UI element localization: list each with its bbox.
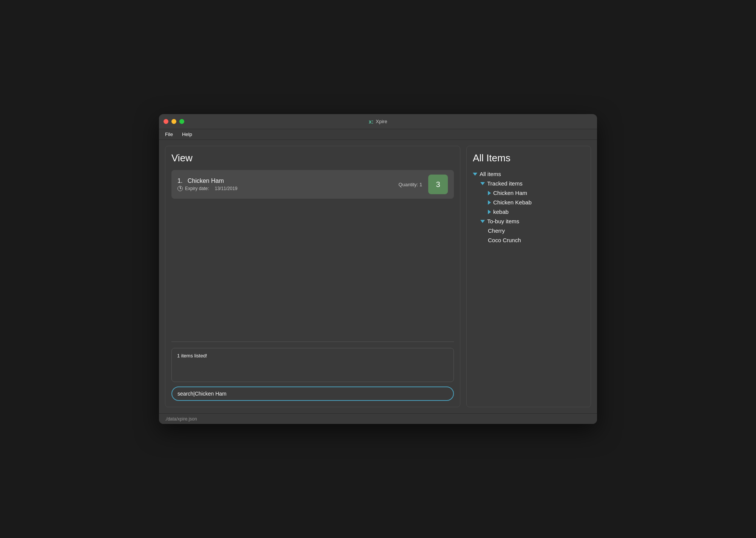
- chevron-down-icon: [480, 220, 485, 223]
- kebab-label: kebab: [493, 209, 509, 215]
- app-icon: x:: [369, 119, 373, 125]
- right-panel-title: All Items: [473, 152, 585, 164]
- main-content: View 1. Chicken Ham Expiry date:: [159, 140, 597, 413]
- statusbar-text: ./data/xpire.json: [165, 416, 197, 422]
- chevron-down-icon: [480, 182, 485, 185]
- tree-coco-crunch[interactable]: Coco Crunch: [473, 236, 585, 244]
- item-name: 1. Chicken Ham: [177, 178, 398, 184]
- titlebar-title: x: Xpire: [369, 119, 387, 125]
- divider: [171, 342, 454, 342]
- tree-cherry[interactable]: Cherry: [473, 227, 585, 235]
- close-button[interactable]: [164, 119, 168, 124]
- tree-chicken-kebab[interactable]: Chicken Kebab: [473, 198, 585, 206]
- tree: All items Tracked items Chicken Ham Chic…: [473, 170, 585, 244]
- tree-tobuy-items[interactable]: To-buy items: [473, 217, 585, 225]
- item-expiry: Expiry date: 13/11/2019: [177, 186, 398, 191]
- menubar: File Help: [159, 129, 597, 140]
- chevron-right-icon: [488, 210, 491, 214]
- chevron-right-icon: [488, 200, 491, 205]
- tree-tracked-items[interactable]: Tracked items: [473, 179, 585, 187]
- left-panel: View 1. Chicken Ham Expiry date:: [165, 146, 460, 407]
- chicken-ham-label: Chicken Ham: [493, 190, 527, 196]
- all-items-label: All items: [480, 171, 501, 177]
- tree-all-items[interactable]: All items: [473, 170, 585, 178]
- output-text: 1 items listed!: [177, 353, 207, 359]
- clock-icon: [177, 186, 183, 191]
- expiry-date: 13/11/2019: [215, 186, 238, 191]
- minimize-button[interactable]: [171, 119, 176, 124]
- item-list: 1. Chicken Ham Expiry date: 13/11/2019: [171, 170, 454, 335]
- app-window: x: Xpire File Help View 1. Chicken Ham: [159, 114, 597, 424]
- tracked-items-label: Tracked items: [487, 180, 523, 187]
- item-title: Chicken Ham: [188, 178, 224, 184]
- menu-file[interactable]: File: [164, 131, 174, 138]
- cherry-label: Cherry: [488, 227, 505, 234]
- statusbar: ./data/xpire.json: [159, 413, 597, 424]
- chevron-right-icon: [488, 191, 491, 195]
- titlebar: x: Xpire: [159, 114, 597, 129]
- coco-crunch-label: Coco Crunch: [488, 237, 521, 243]
- menu-help[interactable]: Help: [181, 131, 194, 138]
- quantity-badge: 3: [428, 175, 448, 194]
- maximize-button[interactable]: [179, 119, 184, 124]
- tobuy-items-label: To-buy items: [487, 218, 519, 224]
- item-card: 1. Chicken Ham Expiry date: 13/11/2019: [171, 170, 454, 199]
- chevron-down-icon: [473, 173, 477, 176]
- item-info: 1. Chicken Ham Expiry date: 13/11/2019: [177, 178, 398, 191]
- right-panel: All Items All items Tracked items Chicke…: [466, 146, 591, 407]
- app-title: Xpire: [376, 119, 387, 124]
- command-input[interactable]: [177, 391, 448, 397]
- tree-kebab[interactable]: kebab: [473, 208, 585, 216]
- quantity-label: Quantity: 1: [398, 182, 422, 187]
- item-index: 1.: [177, 178, 182, 184]
- expiry-label: Expiry date:: [185, 186, 209, 191]
- chicken-kebab-label: Chicken Kebab: [493, 199, 532, 206]
- tree-chicken-ham[interactable]: Chicken Ham: [473, 189, 585, 197]
- traffic-lights: [164, 119, 184, 124]
- output-box: 1 items listed!: [171, 348, 454, 382]
- view-title: View: [171, 152, 454, 164]
- command-input-wrapper[interactable]: [171, 386, 454, 401]
